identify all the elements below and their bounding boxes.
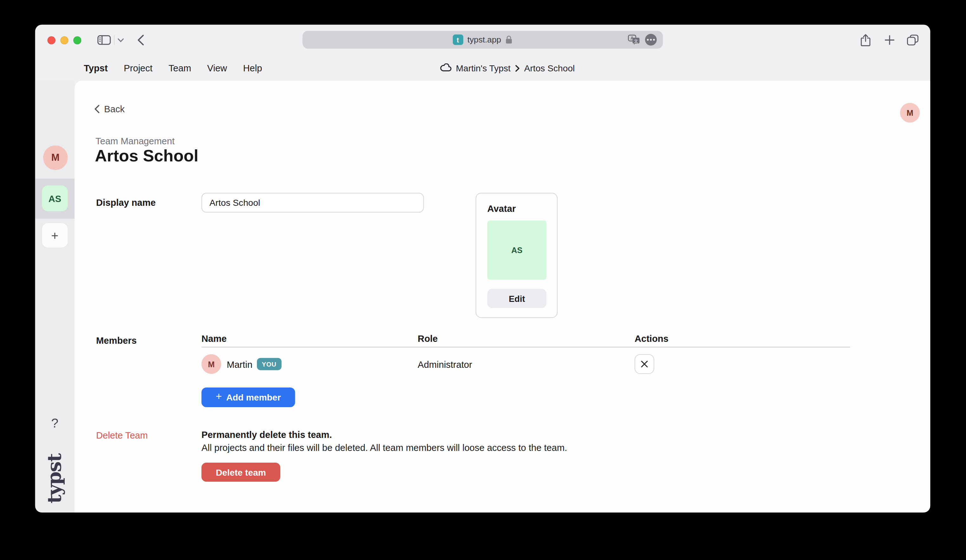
url-text: typst.app <box>467 35 501 44</box>
help-icon[interactable]: ? <box>35 416 74 430</box>
share-icon[interactable] <box>861 34 871 47</box>
browser-toolbar: t typst.app A <box>35 25 930 56</box>
add-member-button[interactable]: + Add member <box>201 388 295 407</box>
breadcrumb-workspace[interactable]: Martin's Typst <box>456 63 511 73</box>
delete-warning-title: Permanently delete this team. <box>201 429 332 440</box>
lock-icon <box>506 35 513 44</box>
minimize-window-button[interactable] <box>60 36 68 44</box>
menu-item-help[interactable]: Help <box>243 63 262 73</box>
app-menu-row: Typst Project Team View Help Martin's Ty… <box>35 56 930 81</box>
chevron-down-icon[interactable] <box>118 38 124 43</box>
typst-logo: typst <box>44 445 65 513</box>
page-subtitle: Team Management <box>95 135 174 146</box>
menu-item-typst[interactable]: Typst <box>84 63 108 73</box>
plus-icon: + <box>216 391 222 403</box>
sidebar-account-avatar[interactable]: M <box>43 145 68 170</box>
page-title: Artos School <box>95 146 198 166</box>
close-window-button[interactable] <box>48 36 56 44</box>
column-header-actions: Actions <box>634 333 669 344</box>
delete-warning-body: All projects and their files will be del… <box>201 442 567 453</box>
remove-member-button[interactable] <box>634 354 654 374</box>
workspace-sidebar: M AS + ? typst <box>35 80 74 512</box>
breadcrumb-separator-icon <box>515 64 520 72</box>
menu-item-view[interactable]: View <box>207 63 227 73</box>
back-navigation-icon[interactable] <box>137 34 144 46</box>
delete-team-button[interactable]: Delete team <box>201 463 280 482</box>
svg-text:文: 文 <box>634 38 638 43</box>
back-chevron-icon <box>94 104 100 113</box>
app-menu: Typst Project Team View Help <box>84 56 262 81</box>
zoom-window-button[interactable] <box>73 36 81 44</box>
team-management-panel: Back M Team Management Artos School Disp… <box>74 80 930 512</box>
delete-team-label: Delete Team <box>96 430 148 440</box>
toolbar-divider <box>114 35 115 45</box>
member-avatar: M <box>201 354 221 374</box>
breadcrumb-page: Artos School <box>524 63 575 73</box>
cloud-icon <box>439 63 452 73</box>
browser-window: t typst.app A <box>35 25 930 513</box>
column-header-name: Name <box>201 333 227 344</box>
menu-item-team[interactable]: Team <box>168 63 191 73</box>
menu-item-project[interactable]: Project <box>124 63 153 73</box>
team-avatar-preview: AS <box>488 220 546 279</box>
edit-avatar-button[interactable]: Edit <box>488 289 546 308</box>
translate-icon[interactable]: A 文 <box>628 34 641 45</box>
breadcrumb: Martin's Typst Artos School <box>439 56 575 81</box>
back-button[interactable]: Back <box>94 103 125 114</box>
tab-overview-icon[interactable] <box>907 34 919 46</box>
address-bar[interactable]: t typst.app A <box>302 31 663 49</box>
display-name-label: Display name <box>96 197 156 208</box>
screenshot-stage: t typst.app A <box>0 0 966 560</box>
table-divider <box>201 347 850 348</box>
new-tab-icon[interactable] <box>885 35 895 45</box>
you-badge: YOU <box>257 358 281 370</box>
avatar-card-title: Avatar <box>488 203 516 214</box>
display-name-input[interactable] <box>201 193 424 212</box>
address-bar-content: t typst.app <box>302 31 663 49</box>
column-header-role: Role <box>418 333 438 344</box>
sidebar-add-team-button[interactable]: + <box>42 223 68 248</box>
members-label: Members <box>96 335 137 346</box>
member-name: Martin <box>227 359 253 370</box>
page-settings-icon[interactable] <box>645 34 657 46</box>
back-label: Back <box>104 103 125 114</box>
avatar-card: Avatar AS Edit <box>476 193 557 318</box>
add-member-label: Add member <box>226 392 281 402</box>
sidebar-toggle-icon[interactable] <box>97 35 111 45</box>
site-favicon: t <box>453 34 463 45</box>
user-menu-avatar[interactable]: M <box>900 103 920 122</box>
member-role: Administrator <box>418 359 472 370</box>
close-icon <box>641 360 648 368</box>
sidebar-team-avatar[interactable]: AS <box>42 186 68 212</box>
